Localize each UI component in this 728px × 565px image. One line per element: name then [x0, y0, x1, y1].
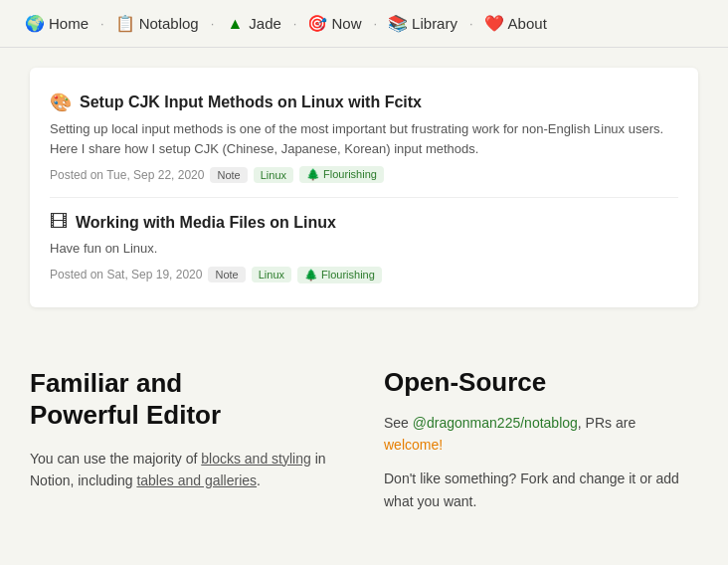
post-item-1: 🎨 Setup CJK Input Methods on Linux with … — [50, 78, 678, 198]
nav-home-label: Home — [49, 15, 89, 32]
nav-about[interactable]: ❤️ About — [479, 11, 553, 37]
home-icon: 🌍 — [26, 15, 44, 33]
post-desc-2: Have fun on Linux. — [50, 239, 678, 259]
editor-heading-line1: Familiar and — [30, 368, 182, 398]
nav-jade-label: Jade — [249, 15, 281, 32]
about-icon: ❤️ — [485, 15, 503, 33]
opensource-section: Open-Source See @dragonman225/notablog, … — [374, 367, 698, 525]
tag-note-2[interactable]: Note — [208, 267, 245, 282]
tag-flourishing-1[interactable]: 🌲 Flourishing — [299, 166, 384, 183]
editor-heading: Familiar and Powerful Editor — [30, 367, 344, 432]
opensource-body1: See @dragonman225/notablog, PRs are welc… — [384, 412, 698, 457]
editor-heading-line2: Powerful Editor — [30, 400, 221, 430]
nav-notablog[interactable]: 📋 Notablog — [110, 11, 205, 37]
opensource-body1-start: See — [384, 415, 413, 431]
nav-sep-1: · — [98, 16, 106, 31]
post-desc-1: Setting up local input methods is one of… — [50, 119, 678, 158]
opensource-heading: Open-Source — [384, 367, 698, 398]
nav-jade[interactable]: ▲ Jade — [220, 11, 287, 37]
post-title-row-2: 🎞 Working with Media Files on Linux — [50, 212, 678, 233]
now-icon: 🎯 — [308, 15, 326, 33]
editor-body-end: . — [257, 472, 261, 488]
nav-sep-4: · — [371, 16, 379, 31]
post-emoji-2: 🎞 — [50, 212, 68, 233]
bottom-section: Familiar and Powerful Editor You can use… — [0, 327, 728, 555]
post-meta-1: Posted on Tue, Sep 22, 2020 Note Linux 🌲… — [50, 166, 678, 183]
nav-about-label: About — [508, 15, 547, 32]
notablog-repo-link[interactable]: @dragonman225/notablog — [413, 415, 578, 431]
navigation: 🌍 Home · 📋 Notablog · ▲ Jade · 🎯 Now · 📚… — [0, 0, 728, 48]
post-title-row-1: 🎨 Setup CJK Input Methods on Linux with … — [50, 92, 678, 113]
post-title-1[interactable]: Setup CJK Input Methods on Linux with Fc… — [80, 94, 422, 111]
nav-now[interactable]: 🎯 Now — [302, 11, 367, 37]
jade-icon: ▲ — [226, 15, 244, 33]
nav-library-label: Library — [412, 15, 457, 32]
post-item-2: 🎞 Working with Media Files on Linux Have… — [50, 198, 678, 297]
opensource-body1-mid: , PRs are — [578, 415, 636, 431]
tag-flourishing-2[interactable]: 🌲 Flourishing — [297, 267, 382, 283]
editor-body-start: You can use the majority of — [30, 451, 201, 467]
post-date-2: Posted on Sat, Sep 19, 2020 — [50, 268, 202, 282]
tag-linux-1[interactable]: Linux — [254, 167, 293, 183]
nav-library[interactable]: 📚 Library — [383, 11, 463, 37]
library-icon: 📚 — [389, 15, 407, 33]
nav-sep-5: · — [467, 16, 475, 31]
tables-galleries-link[interactable]: tables and galleries — [136, 472, 257, 488]
notablog-icon: 📋 — [116, 15, 134, 33]
editor-body: You can use the majority of blocks and s… — [30, 448, 344, 492]
nav-sep-2: · — [209, 16, 217, 31]
editor-section: Familiar and Powerful Editor You can use… — [30, 367, 374, 525]
nav-now-label: Now — [331, 15, 361, 32]
nav-notablog-label: Notablog — [139, 15, 199, 32]
post-date-1: Posted on Tue, Sep 22, 2020 — [50, 168, 204, 182]
post-title-2[interactable]: Working with Media Files on Linux — [76, 214, 336, 232]
blocks-styling-link[interactable]: blocks and styling — [201, 451, 311, 467]
post-emoji-1: 🎨 — [50, 92, 72, 113]
tag-linux-2[interactable]: Linux — [252, 267, 291, 282]
post-meta-2: Posted on Sat, Sep 19, 2020 Note Linux 🌲… — [50, 267, 678, 283]
nav-home[interactable]: 🌍 Home — [20, 11, 94, 37]
nav-sep-3: · — [291, 16, 299, 31]
posts-card: 🎨 Setup CJK Input Methods on Linux with … — [30, 68, 698, 307]
opensource-body2: Don't like something? Fork and change it… — [384, 468, 698, 512]
welcome-text: welcome! — [384, 437, 443, 453]
tag-note-1[interactable]: Note — [210, 167, 247, 183]
